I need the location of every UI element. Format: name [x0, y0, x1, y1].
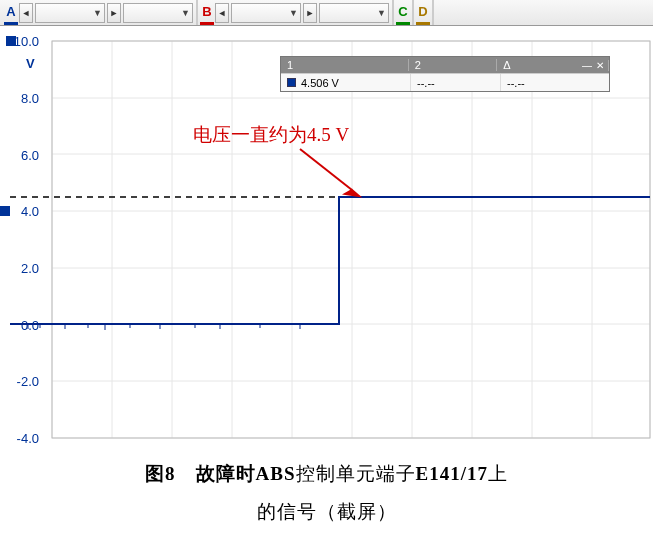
readout-val-delta: --.--: [501, 74, 581, 91]
channel-indicator: [287, 78, 296, 87]
channel-b-label[interactable]: B: [200, 1, 214, 25]
top-toolbar: A ◄ ▼ ► ▼ B ◄ ▼ ► ▼ C D: [0, 0, 653, 26]
channel-a-next[interactable]: ►: [107, 3, 121, 23]
channel-c-group: C: [394, 0, 414, 25]
chevron-down-icon: ▼: [181, 8, 190, 18]
channel-a-group: A ◄ ▼ ► ▼: [2, 0, 198, 25]
readout-header: 1 2 Δ — ✕: [281, 57, 609, 73]
close-icon[interactable]: ✕: [596, 60, 604, 71]
channel-b-coupling-select[interactable]: ▼: [319, 3, 389, 23]
svg-rect-19: [52, 41, 650, 438]
readout-val-1: 4.506 V: [301, 77, 339, 89]
chevron-down-icon: ▼: [377, 8, 386, 18]
channel-b-range-select[interactable]: ▼: [231, 3, 301, 23]
chevron-down-icon: ▼: [289, 8, 298, 18]
cursor-readout[interactable]: 1 2 Δ — ✕ 4.506 V --.-- --.--: [280, 56, 610, 92]
readout-hdr-delta: Δ: [497, 59, 576, 71]
svg-line-32: [300, 149, 352, 190]
channel-a-prev[interactable]: ◄: [19, 3, 33, 23]
channel-a-label[interactable]: A: [4, 1, 18, 25]
channel-b-next[interactable]: ►: [303, 3, 317, 23]
annotation-text: 电压一直约为4.5 V: [193, 122, 349, 148]
minimize-icon[interactable]: —: [582, 60, 592, 71]
figure-caption: 图8 故障时ABS控制单元端子E141/17上 的信号（截屏）: [0, 455, 653, 531]
readout-val-2: --.--: [411, 74, 501, 91]
channel-d-group: D: [414, 0, 434, 25]
channel-b-prev[interactable]: ◄: [215, 3, 229, 23]
svg-marker-33: [345, 190, 359, 196]
channel-a-range-select[interactable]: ▼: [35, 3, 105, 23]
oscilloscope-plot[interactable]: V 10.0 8.0 6.0 4.0 2.0 0.0 -2.0 -4.0: [0, 26, 653, 446]
channel-c-label[interactable]: C: [396, 1, 410, 25]
readout-controls: — ✕: [576, 60, 609, 71]
chevron-down-icon: ▼: [93, 8, 102, 18]
readout-hdr-1: 1: [281, 59, 409, 71]
channel-d-label[interactable]: D: [416, 1, 430, 25]
readout-hdr-2: 2: [409, 59, 498, 71]
readout-row: 4.506 V --.-- --.--: [281, 73, 609, 91]
channel-b-group: B ◄ ▼ ► ▼: [198, 0, 394, 25]
channel-a-coupling-select[interactable]: ▼: [123, 3, 193, 23]
